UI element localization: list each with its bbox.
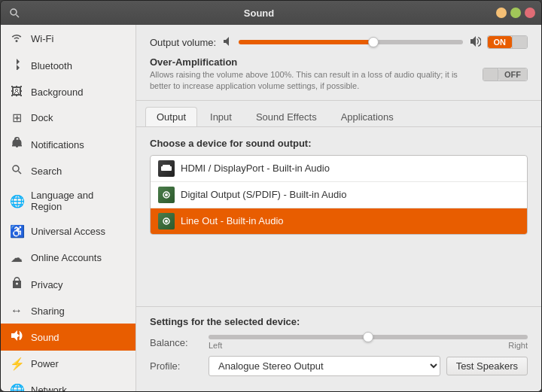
volume-row: Output volume:: [150, 35, 528, 49]
device-name-hdmi: HDMI / DisplayPort - Built-in Audio: [181, 163, 330, 174]
profile-label: Profile:: [150, 360, 202, 372]
sidebar-item-label: Privacy: [31, 279, 63, 290]
tab-input[interactable]: Input: [199, 107, 243, 126]
sidebar-item-label: Background: [31, 87, 83, 98]
sidebar-item-online-accounts[interactable]: ☁ Online Accounts: [1, 245, 136, 271]
over-amplification-text: Over-Amplification Allows raising the vo…: [150, 56, 473, 93]
universal-access-icon: ♿: [10, 224, 23, 239]
sidebar-item-label: Sharing: [31, 305, 65, 317]
volume-toggle-track[interactable]: [512, 36, 527, 48]
close-button[interactable]: [525, 8, 535, 18]
balance-left-label: Left: [209, 341, 222, 350]
tab-output[interactable]: Output: [145, 107, 197, 126]
device-row-digital[interactable]: Digital Output (S/PDIF) - Built-in Audio: [151, 182, 527, 208]
sidebar-item-search[interactable]: Search: [1, 158, 136, 184]
main-content: Output volume:: [136, 25, 541, 391]
content-area: Wi-Fi Bluetooth 🖼 Background ⊞ Dock: [1, 25, 541, 391]
search-sidebar-icon: [10, 164, 23, 178]
volume-on-button[interactable]: ON: [488, 36, 513, 48]
svg-line-3: [19, 172, 22, 175]
svg-point-7: [165, 193, 168, 196]
sidebar-item-notifications[interactable]: Notifications: [1, 131, 136, 158]
svg-point-2: [13, 166, 19, 172]
volume-slider-track[interactable]: [239, 40, 462, 44]
svg-rect-5: [163, 165, 170, 168]
volume-slider[interactable]: [239, 40, 462, 44]
titlebar: Sound: [1, 1, 541, 25]
device-name-lineout: Line Out - Built-in Audio: [181, 215, 284, 226]
choose-device-label: Choose a device for sound output:: [150, 138, 528, 149]
sound-icon: [10, 330, 23, 345]
sidebar-item-label: Notifications: [31, 139, 84, 150]
volume-slider-thumb[interactable]: [368, 37, 379, 47]
device-row-hdmi[interactable]: HDMI / DisplayPort - Built-in Audio: [151, 156, 527, 182]
sound-tabs: Output Input Sound Effects Applications: [136, 101, 541, 127]
sidebar-item-label: Dock: [31, 112, 53, 123]
sidebar-item-wifi[interactable]: Wi-Fi: [1, 25, 136, 52]
sidebar-item-label: Sound: [31, 332, 59, 343]
minimize-button[interactable]: [496, 8, 507, 18]
over-amplification-toggle-group: OFF: [483, 68, 528, 81]
background-icon: 🖼: [10, 85, 23, 99]
over-amplification-off-button[interactable]: OFF: [498, 68, 527, 81]
sidebar-item-sound[interactable]: Sound: [1, 324, 136, 351]
main-window: Sound Wi-Fi: [0, 0, 542, 392]
maximize-button[interactable]: [510, 8, 521, 18]
device-name-digital: Digital Output (S/PDIF) - Built-in Audio: [181, 189, 346, 200]
digital-device-icon: [158, 187, 175, 203]
tab-sound-effects[interactable]: Sound Effects: [245, 107, 328, 126]
sidebar-item-universal-access[interactable]: ♿ Universal Access: [1, 218, 136, 245]
sidebar-item-privacy[interactable]: Privacy: [1, 271, 136, 298]
sidebar-item-dock[interactable]: ⊞ Dock: [1, 105, 136, 131]
tab-applications[interactable]: Applications: [330, 107, 405, 126]
dock-icon: ⊞: [10, 111, 23, 125]
over-amp-toggle-track[interactable]: [483, 68, 498, 81]
test-speakers-button[interactable]: Test Speakers: [446, 357, 528, 375]
svg-point-9: [165, 220, 168, 223]
over-amplification-title: Over-Amplification: [150, 56, 473, 68]
sidebar-item-language[interactable]: 🌐 Language and Region: [1, 184, 136, 218]
device-row-lineout[interactable]: Line Out - Built-in Audio: [151, 208, 527, 234]
search-icon[interactable]: [7, 5, 22, 20]
sidebar-item-label: Universal Access: [31, 226, 105, 237]
profile-select[interactable]: Analogue Stereo Output: [209, 356, 440, 376]
sidebar-item-label: Online Accounts: [31, 252, 102, 263]
balance-label: Balance:: [150, 337, 202, 348]
sidebar-item-bluetooth[interactable]: Bluetooth: [1, 52, 136, 79]
online-accounts-icon: ☁: [10, 251, 23, 265]
power-icon: ⚡: [10, 357, 23, 371]
network-icon: 🌐: [10, 383, 23, 391]
volume-toggle-group: ON: [487, 35, 528, 49]
balance-slider[interactable]: [209, 335, 528, 339]
svg-line-1: [17, 15, 20, 18]
sidebar-item-sharing[interactable]: ↔ Sharing: [1, 298, 136, 324]
volume-label: Output volume:: [150, 37, 216, 48]
sidebar-item-label: Power: [31, 358, 59, 369]
notifications-icon: [10, 137, 23, 152]
sidebar-item-label: Search: [31, 166, 62, 177]
over-amplification-section: Over-Amplification Allows raising the vo…: [150, 56, 528, 93]
bluetooth-icon: [10, 58, 23, 73]
volume-low-icon: [222, 36, 233, 49]
sidebar-item-label: Network: [31, 384, 67, 391]
balance-thumb[interactable]: [363, 332, 373, 342]
selected-device-settings: Settings for the selected device: Balanc…: [136, 306, 541, 391]
window-title: Sound: [22, 8, 496, 19]
svg-point-0: [11, 9, 17, 15]
sidebar-item-label: Wi-Fi: [31, 33, 53, 44]
volume-section: Output volume:: [136, 25, 541, 101]
sidebar-item-label: Bluetooth: [31, 60, 72, 71]
sidebar-item-network[interactable]: 🌐 Network: [1, 377, 136, 391]
over-amplification-description: Allows raising the volume above 100%. Th…: [150, 69, 473, 93]
sidebar-item-background[interactable]: 🖼 Background: [1, 79, 136, 105]
sharing-icon: ↔: [10, 304, 23, 318]
volume-high-icon: [469, 36, 481, 49]
sidebar-item-power[interactable]: ⚡ Power: [1, 351, 136, 377]
device-list: HDMI / DisplayPort - Built-in Audio Digi…: [150, 155, 528, 235]
wifi-icon: [10, 31, 23, 46]
hdmi-device-icon: [158, 160, 175, 177]
sidebar-item-label: Language and Region: [31, 190, 126, 212]
selected-device-title: Settings for the selected device:: [150, 316, 528, 327]
output-section: Choose a device for sound output: HDMI /…: [136, 127, 541, 306]
sidebar: Wi-Fi Bluetooth 🖼 Background ⊞ Dock: [1, 25, 136, 391]
